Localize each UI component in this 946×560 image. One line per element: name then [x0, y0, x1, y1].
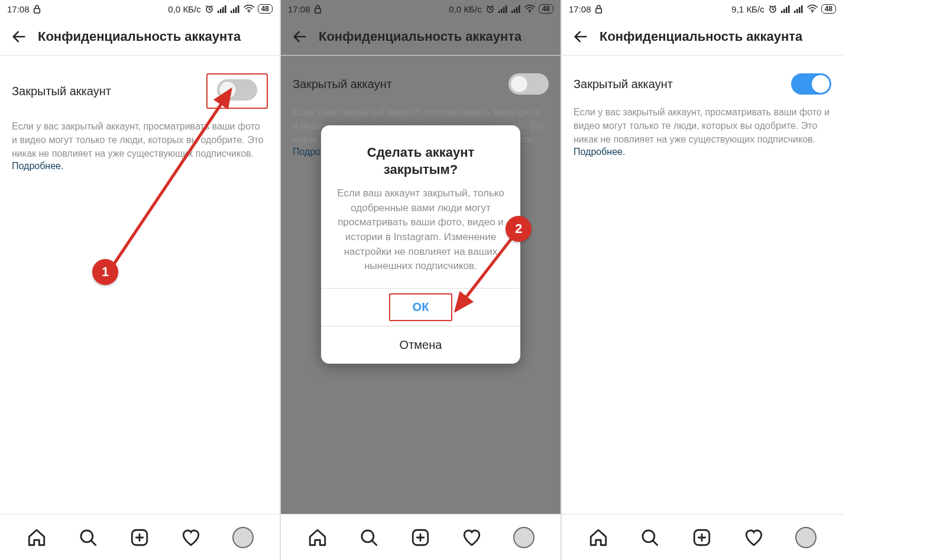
profile-avatar-icon[interactable] [232, 527, 254, 548]
dialog-title: Сделать аккаунт закрытым? [333, 144, 508, 178]
annotation-step-1-badge: 1 [92, 259, 118, 285]
learn-more-link[interactable]: Подробнее. [574, 147, 625, 157]
wifi-icon [807, 5, 818, 13]
annotation-step-2-badge: 2 [506, 216, 532, 242]
svg-rect-6 [231, 11, 232, 13]
svg-line-46 [653, 540, 657, 545]
battery-icon: 48 [258, 4, 273, 14]
dialog-text: Если ваш аккаунт закрытый, только одобре… [333, 186, 508, 274]
status-bar: 17:08 9,1 КБ/с 48 [562, 0, 843, 18]
svg-rect-3 [220, 9, 222, 13]
screen-step-2: 17:08 0,0 КБ/с 48 Конфиденциальность акк… [281, 0, 562, 560]
screen-step-3: 17:08 9,1 КБ/с 48 Конфиденциальность акк… [562, 0, 843, 560]
alarm-icon [485, 4, 495, 14]
search-icon[interactable] [78, 527, 98, 548]
battery-icon: 48 [539, 4, 553, 14]
page-title: Конфиденциальность аккаунта [600, 29, 802, 44]
activity-heart-icon[interactable] [744, 527, 764, 548]
battery-icon: 48 [821, 4, 836, 14]
signal-icon-2 [511, 5, 521, 13]
status-speed: 0,0 КБ/с [168, 4, 200, 14]
svg-point-44 [811, 11, 813, 13]
private-account-label: Закрытый аккаунт [12, 85, 111, 98]
private-account-label: Закрытый аккаунт [293, 77, 392, 91]
status-bar: 17:08 0,0 КБ/с 48 [0, 0, 280, 18]
wifi-icon [244, 5, 254, 13]
svg-rect-25 [516, 7, 518, 13]
private-account-toggle[interactable] [508, 73, 549, 95]
private-account-toggle[interactable] [791, 73, 831, 95]
svg-rect-8 [235, 7, 237, 13]
search-icon[interactable] [359, 527, 379, 548]
svg-rect-22 [506, 5, 507, 13]
svg-line-29 [372, 540, 376, 545]
svg-point-27 [529, 11, 530, 13]
private-account-description: Если у вас закрытый аккаунт, просматрива… [12, 121, 264, 158]
svg-rect-40 [794, 11, 796, 13]
screen-step-1: 17:08 0,0 КБ/с 48 [0, 0, 281, 560]
back-icon[interactable] [572, 28, 589, 45]
private-account-description: Если у вас закрытый аккаунт, просматрива… [574, 107, 830, 144]
home-icon[interactable] [588, 527, 608, 548]
svg-rect-38 [786, 7, 788, 13]
status-speed: 9,1 КБ/с [731, 4, 764, 14]
status-speed: 0,0 КБ/с [449, 4, 481, 14]
lock-icon [595, 5, 602, 14]
home-icon[interactable] [27, 527, 47, 548]
svg-rect-20 [501, 9, 503, 13]
svg-rect-42 [799, 7, 801, 13]
signal-icon-2 [794, 5, 804, 13]
svg-rect-17 [315, 8, 320, 13]
page-title: Конфиденциальность аккаунта [38, 29, 241, 44]
private-account-label: Закрытый аккаунт [574, 77, 673, 91]
svg-rect-39 [788, 5, 790, 13]
svg-rect-24 [514, 9, 516, 13]
confirm-private-dialog: Сделать аккаунт закрытым? Если ваш аккау… [321, 125, 520, 364]
app-header: Конфиденциальность аккаунта [562, 18, 843, 56]
lock-icon [314, 5, 322, 14]
annotation-highlight-2: ОК [389, 293, 453, 321]
profile-avatar-icon[interactable] [513, 527, 534, 548]
svg-rect-43 [801, 5, 803, 13]
svg-line-12 [91, 540, 95, 545]
private-account-toggle[interactable] [217, 79, 257, 101]
svg-rect-9 [238, 5, 239, 13]
svg-rect-2 [218, 11, 219, 13]
status-time: 17:08 [288, 4, 310, 14]
learn-more-link[interactable]: Подробнее. [12, 161, 63, 171]
bottom-nav [562, 514, 843, 560]
signal-icon-2 [231, 5, 240, 13]
home-icon[interactable] [307, 527, 328, 548]
svg-rect-41 [796, 9, 798, 13]
bottom-nav [281, 514, 561, 560]
alarm-icon [205, 4, 214, 14]
status-bar: 17:08 0,0 КБ/с 48 [281, 0, 561, 18]
svg-rect-37 [783, 9, 785, 13]
add-post-icon[interactable] [410, 527, 430, 548]
svg-rect-4 [222, 7, 224, 13]
svg-rect-21 [503, 7, 505, 13]
dialog-ok-button[interactable]: ОК [321, 288, 520, 326]
dialog-cancel-button[interactable]: Отмена [321, 326, 520, 364]
activity-heart-icon[interactable] [181, 527, 201, 548]
bottom-nav [0, 514, 280, 560]
svg-rect-23 [511, 11, 513, 13]
signal-icon [218, 5, 227, 13]
add-post-icon[interactable] [692, 527, 712, 548]
activity-heart-icon[interactable] [462, 527, 482, 548]
svg-rect-19 [498, 11, 500, 13]
svg-rect-36 [781, 11, 783, 13]
app-header: Конфиденциальность аккаунта [281, 18, 561, 56]
profile-avatar-icon[interactable] [795, 527, 817, 548]
signal-icon [498, 5, 508, 13]
back-icon[interactable] [291, 28, 308, 45]
search-icon[interactable] [640, 527, 660, 548]
lock-icon [33, 5, 41, 14]
back-icon[interactable] [11, 28, 27, 45]
status-time: 17:08 [7, 4, 30, 14]
app-header: Конфиденциальность аккаунта [0, 18, 280, 56]
svg-point-10 [248, 11, 250, 13]
status-time: 17:08 [569, 4, 591, 14]
svg-rect-26 [519, 5, 520, 13]
add-post-icon[interactable] [129, 527, 150, 548]
